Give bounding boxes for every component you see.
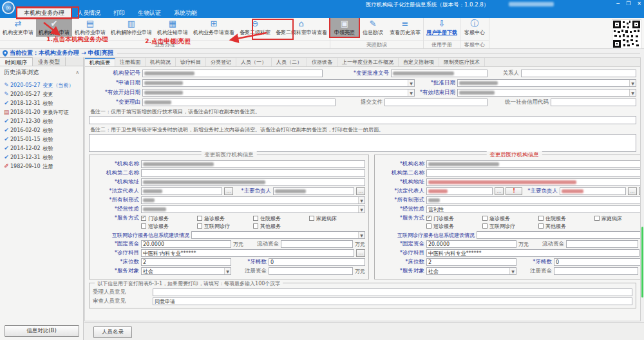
minimize-button[interactable]: ─ xyxy=(616,0,620,8)
history-item[interactable]: ✐ 1982-09-10 注册 xyxy=(3,162,83,171)
toolbar-button[interactable]: ⇄ 机构变更申请 xyxy=(0,18,36,37)
address-input[interactable] xyxy=(426,178,641,186)
history-item[interactable]: ✔ 2018-12-31 校验 xyxy=(3,99,83,108)
chairs-input[interactable]: 0 xyxy=(269,258,365,266)
scrollbar-thumb[interactable] xyxy=(641,227,643,298)
menu-item[interactable]: 系统功能 xyxy=(167,8,204,18)
service-checkbox[interactable]: 门诊服务 xyxy=(141,214,197,222)
acceptor-opinion-input[interactable] xyxy=(153,288,632,296)
history-item[interactable]: ✎ 2020-05-27 变更 xyxy=(3,90,83,99)
info-compare-button[interactable]: 信息对比(B) xyxy=(5,325,79,337)
form-tab[interactable]: 仪器设备 xyxy=(307,58,337,66)
reg-fund-input[interactable] xyxy=(554,267,638,275)
history-item[interactable]: ✔ 2017-12-30 校验 xyxy=(3,117,83,126)
legal-rep-picker-button[interactable]: … xyxy=(495,187,504,195)
ownership-combo[interactable]: ▼ xyxy=(141,196,365,204)
toolbar-button[interactable]: ✎ 信息勘误 xyxy=(359,18,387,37)
beds-input[interactable]: 2 xyxy=(426,258,516,266)
reg-no-input[interactable] xyxy=(142,70,323,77)
menu-item[interactable]: 打印 xyxy=(107,8,131,18)
legal-rep-input[interactable] xyxy=(141,187,222,195)
note1-textarea[interactable] xyxy=(89,116,636,124)
toolbar-button[interactable]: ⊖ 备案二级科室 xyxy=(237,18,273,37)
internet-info-combo[interactable]: ▼ xyxy=(477,231,641,239)
service-checkbox[interactable]: 互联网诊疗 xyxy=(482,222,538,230)
toolbar-button[interactable]: ▦ 机构注销申请 xyxy=(155,18,191,37)
history-item[interactable]: ✔ 2013-12-31 校验 xyxy=(3,153,83,162)
form-tab[interactable]: 注册截面 xyxy=(115,58,146,66)
apply-date-combo[interactable]: ▼ xyxy=(142,79,415,87)
beds-input[interactable]: 2 xyxy=(141,258,231,266)
reviewer-opinion-input[interactable]: 同意申请 xyxy=(153,298,632,305)
valid-end-combo[interactable]: ▼ xyxy=(457,89,636,97)
fixed-fund-input[interactable]: 20.0000 xyxy=(141,240,231,248)
subjects-input[interactable]: 中医科·内科专业****** xyxy=(141,249,354,257)
toolbar-button[interactable]: ⓘ 客服中心 xyxy=(460,18,489,37)
org-name2-input[interactable] xyxy=(426,169,641,177)
address-input[interactable] xyxy=(141,178,365,186)
sidebar-tab[interactable]: 时间顺序 xyxy=(0,57,33,66)
nature-combo[interactable]: 营利性▼ xyxy=(426,205,641,213)
service-checkbox[interactable]: 家庭病床 xyxy=(594,214,641,222)
toolbar-button[interactable]: ▤ 机构停业申请 xyxy=(72,18,108,37)
form-tab[interactable]: 诊疗科目 xyxy=(176,58,206,66)
change-reason-input[interactable] xyxy=(142,99,336,106)
submit-file-input[interactable] xyxy=(384,99,488,106)
form-tab[interactable]: 人员（一） xyxy=(236,58,272,66)
toolbar-button[interactable]: ✔ 机构校验申请 xyxy=(36,18,72,37)
principal-verify-flag-button[interactable]: ! xyxy=(639,187,641,195)
service-checkbox[interactable]: 急诊服务 xyxy=(482,214,538,222)
collapse-panel-icon[interactable]: ∧ xyxy=(75,70,79,75)
principal-input[interactable] xyxy=(273,187,354,195)
service-checkbox[interactable]: 住院服务 xyxy=(253,214,309,222)
toolbar-button[interactable]: ≡ 查看历史沿革 xyxy=(387,18,423,37)
service-target-combo[interactable]: 社会▼ xyxy=(141,267,231,275)
subjects-input[interactable]: 中医科·内科专业****** xyxy=(426,249,639,257)
history-item[interactable]: ▤ 2018-01-20 更换许可证 xyxy=(3,108,83,117)
org-name-input[interactable] xyxy=(141,160,365,168)
close-button[interactable]: ✕ xyxy=(637,0,641,8)
ownership-combo[interactable]: ▼ xyxy=(426,196,641,204)
contact-input[interactable] xyxy=(521,70,636,77)
form-tab[interactable]: 上一年度业务工作概况 xyxy=(337,58,399,66)
history-item[interactable]: ✔ 2015-01-15 校验 xyxy=(3,135,83,144)
principal-picker-button[interactable]: … xyxy=(628,187,637,195)
note2-textarea[interactable] xyxy=(89,134,636,152)
menu-item[interactable]: 人员情况 xyxy=(71,8,107,18)
form-tab[interactable]: 机构摘要 xyxy=(85,58,115,66)
toolbar-button[interactable]: ▥ 机构解除停业申请 xyxy=(108,18,155,37)
service-checkbox[interactable]: 互联网诊疗 xyxy=(197,222,253,230)
menu-item[interactable]: 本机构业务办理 xyxy=(17,8,71,18)
org-name2-input[interactable] xyxy=(141,169,365,177)
service-checkbox[interactable]: 其他服务 xyxy=(253,222,309,230)
approval-no-input[interactable] xyxy=(391,70,488,77)
subjects-picker-button[interactable]: … xyxy=(356,249,365,257)
service-checkbox[interactable]: 住院服务 xyxy=(538,214,594,222)
org-name-input[interactable] xyxy=(426,160,641,168)
approve-date-combo[interactable]: ▼ xyxy=(457,79,636,87)
valid-start-combo[interactable]: ▼ xyxy=(142,89,415,97)
chairs-input[interactable]: 0 xyxy=(554,258,641,266)
reg-fund-input[interactable] xyxy=(269,267,353,275)
toolbar-button[interactable]: ⊞ 机构业务申请查看 xyxy=(191,18,237,37)
service-checkbox[interactable]: 巡诊服务 xyxy=(426,222,482,230)
sidebar-tab[interactable]: 业务类型 xyxy=(33,57,66,66)
history-item[interactable]: ✎ 2020-05-27 变更（当前） xyxy=(3,80,83,90)
toolbar-button[interactable]: ▣ 申领亮照 xyxy=(330,18,359,37)
principal-picker-button[interactable]: … xyxy=(356,187,365,195)
history-item[interactable]: ✔ 2016-02-02 校验 xyxy=(3,126,83,135)
form-tab[interactable]: 自定义指标项 xyxy=(399,58,439,66)
form-tab[interactable]: 人员（二） xyxy=(272,58,307,66)
legal-rep-verify-flag-button[interactable]: ! xyxy=(506,187,522,195)
liquid-fund-input[interactable] xyxy=(281,240,353,248)
liquid-fund-input[interactable] xyxy=(566,240,638,248)
service-checkbox[interactable]: 急诊服务 xyxy=(197,214,253,222)
legal-rep-picker-button[interactable]: … xyxy=(224,187,233,195)
maximize-button[interactable]: ❐ xyxy=(626,0,630,8)
credit-code-input[interactable] xyxy=(551,99,636,106)
legal-rep-input[interactable] xyxy=(426,187,493,195)
service-checkbox[interactable]: 巡诊服务 xyxy=(141,222,197,230)
form-tab[interactable]: 分类登记 xyxy=(206,58,236,66)
service-checkbox[interactable]: 家庭病床 xyxy=(309,214,365,222)
history-item[interactable]: ✔ 2014-12-02 校验 xyxy=(3,144,83,153)
